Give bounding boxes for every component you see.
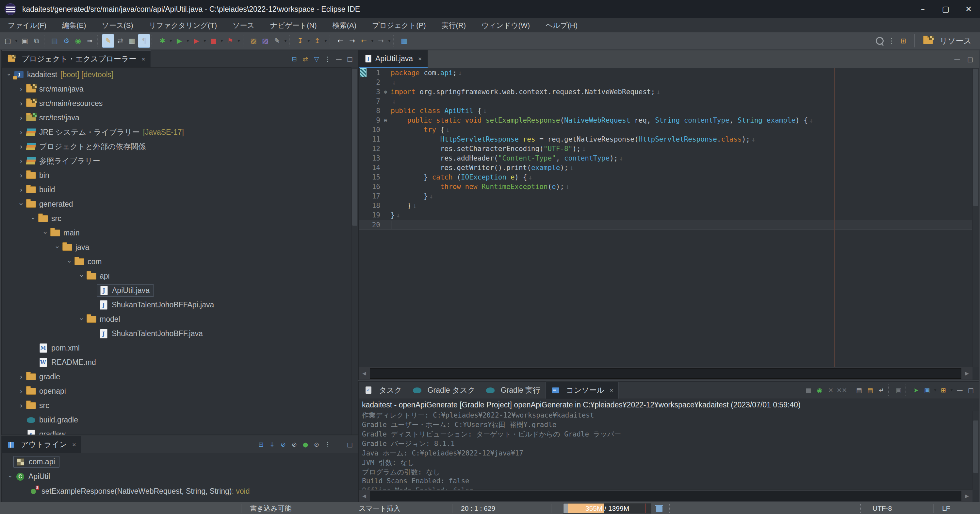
back-history-button[interactable]: ← [358,34,370,48]
tab-コンソール[interactable]: コンソール× [546,382,619,399]
menu-item-ウィンドウ(W)[interactable]: ウィンドウ(W) [474,21,538,30]
console-scrollbar[interactable] [972,411,979,490]
tree-expander-icon[interactable]: › [17,142,25,151]
maximize-view-button[interactable]: □ [344,53,355,65]
close-icon[interactable]: × [142,56,145,63]
tree-expander-icon[interactable]: › [17,85,25,93]
next-annotation-button[interactable]: → [346,34,358,48]
window-close-button[interactable]: ✕ [957,0,980,18]
minimize-view-button[interactable]: — [333,439,344,450]
menu-item-プロジェクト(P)[interactable]: プロジェクト(P) [364,21,433,30]
tree-item-api[interactable]: ›api [2,269,358,283]
console-hscrollbar[interactable]: ◀▶ [359,490,972,502]
tree-expander-icon[interactable]: › [17,157,25,165]
outline-item-ApiUtil[interactable]: ›CApiUtil [2,469,358,484]
tree-item-ShukanTalentJohoBFFApi.java[interactable]: JShukanTalentJohoBFFApi.java [2,297,358,312]
maximize-view-button[interactable]: □ [965,384,977,396]
menu-item-ソース(S)[interactable]: ソース(S) [94,21,141,30]
tab-project-explorer[interactable]: プロジェクト・エクスプローラー × [2,50,151,67]
code-line-9[interactable]: 9⊖ public static void setExampleResponse… [359,115,972,125]
tree-item-build[interactable]: ›build [2,182,358,197]
forward-history-button[interactable]: → [375,34,387,48]
run-button[interactable]: ▶ [173,34,185,48]
menu-item-ナビゲート(N)[interactable]: ナビゲート(N) [262,21,325,30]
tree-expander-icon[interactable]: › [17,128,25,136]
tree-expander-icon[interactable]: › [54,243,62,251]
tree-expander-icon[interactable]: › [41,228,50,237]
view-menu-button[interactable]: ⋮ [322,53,333,65]
code-line-13[interactable]: 13 res.addHeader("Content-Type", content… [359,153,972,163]
tree-expander-icon[interactable]: › [29,214,38,223]
menu-item-ソース[interactable]: ソース [225,21,262,30]
menu-item-実行(R)[interactable]: 実行(R) [433,21,474,30]
save-button[interactable]: ▣ [19,34,31,48]
skip-breakpoints-button[interactable]: ➟ [84,34,96,48]
explorer-scrollbar[interactable] [351,67,358,434]
collapse-all-button[interactable]: ⊟ [255,439,267,450]
export-button[interactable]: ↥ [311,34,323,48]
search-icon[interactable] [874,34,886,48]
coverage-button[interactable]: ▶ [191,34,202,48]
open-console-button[interactable]: ⊞ [938,384,949,396]
menu-item-編集(E)[interactable]: 編集(E) [54,21,94,30]
tree-item-src/test/java[interactable]: ›src/test/java [2,110,358,125]
display-selected-console-button[interactable]: ▣ [921,384,932,396]
menu-item-検索(A)[interactable]: 検索(A) [325,21,364,30]
code-line-8[interactable]: 8public class ApiUtil {↓ [359,106,972,115]
encoding-status[interactable]: UTF-8 [864,504,933,513]
dropdown-caret-icon[interactable]: ▼ [236,34,242,48]
code-line-17[interactable]: 17 }↓ [359,191,972,201]
stop-console-button[interactable]: ■ [803,384,814,396]
minimize-editor-button[interactable]: — [951,53,963,65]
tree-item-kadaitest[interactable]: ›Jkadaitest [boot] [devtools] [2,67,358,82]
word-wrap-button[interactable]: ↵ [876,384,887,396]
tree-item-model[interactable]: ›model [2,312,358,326]
maximize-view-button[interactable]: □ [344,439,355,450]
open-last-editor-button[interactable]: ▦ [398,34,410,48]
tree-expander-icon[interactable]: › [66,257,74,266]
tree-expander-icon[interactable]: › [17,99,25,108]
code-line-20[interactable]: 20 [359,220,972,230]
code-line-18[interactable]: 18 }↓ [359,201,972,210]
editor-tab-apiutil[interactable]: J ApiUtil.java × [359,50,428,68]
outline-item-setExampleResponse[interactable]: setExampleResponse(NativeWebRequest, Str… [2,484,358,499]
tree-item-src/main/resources[interactable]: ›src/main/resources [2,96,358,110]
dropdown-caret-icon[interactable]: ▼ [219,34,224,48]
boot-dashboard-button[interactable]: ◉ [72,34,84,48]
dropdown-caret-icon[interactable]: ▼ [283,34,288,48]
collapse-all-button[interactable]: ⊟ [289,53,300,65]
code-line-19[interactable]: 19}↓ [359,210,972,220]
show-whitespace-toggle[interactable]: ¶ [138,34,150,48]
minimize-view-button[interactable]: — [954,384,965,396]
window-minimize-button[interactable]: – [912,0,934,18]
dropdown-caret-icon[interactable]: ▼ [306,34,311,48]
tree-item-src[interactable]: ›src [2,211,358,226]
close-icon[interactable]: × [609,387,613,394]
tree-item-generated[interactable]: ›generated [2,197,358,211]
hide-static-members-button[interactable]: ⊘ [289,439,300,450]
dropdown-caret-icon[interactable]: ▼ [168,34,173,48]
dropdown-caret-icon[interactable]: ▼ [387,34,392,48]
code-line-11[interactable]: 11 HttpServletResponse res = req.getNati… [359,134,972,144]
clear-console-button[interactable]: ▤ [854,384,865,396]
show-selected-element-button[interactable]: ▥ [126,34,138,48]
preferences-gear-button[interactable]: ⚙ [60,34,72,48]
code-line-1[interactable]: 1package com.api;↓ [359,68,972,78]
tree-expander-icon[interactable]: › [6,472,15,481]
menu-item-ヘルプ(H)[interactable]: ヘルプ(H) [538,21,585,30]
dropdown-caret-icon[interactable]: ▼ [949,383,954,397]
pin-console-button[interactable]: ➤ [910,384,921,396]
tree-item-src/main/java[interactable]: ›src/main/java [2,82,358,96]
tab-outline[interactable]: アウトライン × [2,436,81,453]
code-line-10[interactable]: 10 try {↓ [359,125,972,134]
tree-item-gradlew[interactable]: sgradlew [2,427,358,434]
tree-expander-icon[interactable]: › [5,70,13,79]
line-ending-status[interactable]: LF [933,504,980,513]
view-menu-button[interactable]: ⋮ [322,439,333,450]
code-line-2[interactable]: 2↓ [359,78,972,87]
tree-item-openapi[interactable]: ›openapi [2,384,358,398]
tree-item-com[interactable]: ›com [2,254,358,269]
code-line-7[interactable]: 7↓ [359,96,972,106]
annotate-button[interactable]: ✎ [271,34,283,48]
profile-button[interactable]: ⚑ [224,34,236,48]
